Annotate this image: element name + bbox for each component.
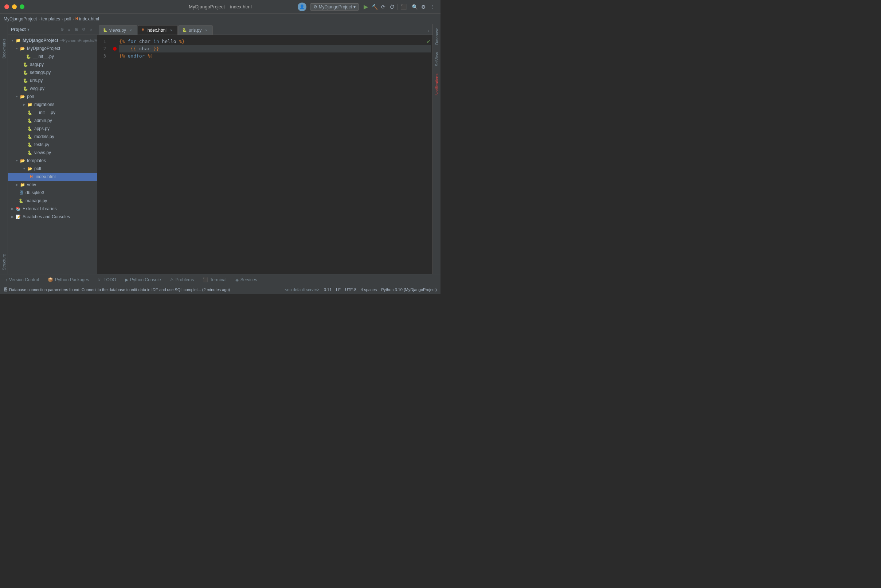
settings-py-icon: 🐍 (23, 70, 29, 75)
panel-dropdown[interactable]: ▾ (27, 27, 30, 32)
breadcrumb-project[interactable]: MyDjangoProject (4, 16, 37, 21)
todo-tab[interactable]: ☑ TODO (94, 275, 120, 285)
tree-poll-init-py[interactable]: 🐍 __init__.py (8, 109, 97, 117)
run-config[interactable]: ⚙ MyDjangoProject ▾ (310, 3, 359, 10)
status-position[interactable]: 3:11 (324, 288, 332, 292)
urls-py-tab-close[interactable]: × (204, 28, 209, 33)
status-encoding[interactable]: LF (336, 288, 341, 292)
code-editor[interactable]: 1 2 3 {% for (97, 35, 432, 274)
index-html-tab-icon: H (142, 28, 144, 32)
todo-label: TODO (104, 277, 116, 282)
templates-folder-icon: 📂 (20, 158, 26, 164)
search-button[interactable]: 🔍 (411, 3, 419, 11)
tag-open-3: {% (119, 52, 125, 60)
poll-folder-icon: 📂 (20, 94, 26, 99)
collapse-all[interactable]: ≡ (66, 27, 72, 32)
tree-models-py[interactable]: 🐍 models.py (8, 133, 97, 141)
tree-tests-py[interactable]: 🐍 tests.py (8, 141, 97, 148)
structure-vtab[interactable]: Structure (1, 250, 7, 274)
ext-libs-arrow: ▶ (9, 206, 15, 212)
terminal-icon: ⬛ (203, 277, 208, 282)
tree-manage-py[interactable]: 🐍 manage.py (8, 197, 97, 205)
tree-mydjangoproject[interactable]: ▾ 📂 MyDjangoProject (8, 45, 97, 52)
version-control-label: Version Control (9, 277, 39, 282)
tree-settings-py[interactable]: 🐍 settings.py (8, 69, 97, 76)
tag-open-1: {% (119, 38, 125, 45)
tree-templates-poll[interactable]: ▾ 📂 poll (8, 165, 97, 172)
problems-tab[interactable]: ⚠ Problems (166, 275, 198, 285)
line-numbers: 1 2 3 (97, 35, 112, 274)
more-button[interactable]: ⋮ (428, 3, 436, 11)
settings-icon[interactable]: ⚙ (81, 27, 87, 32)
status-db-icon: 🗄 (4, 288, 8, 292)
sciview-vtab[interactable]: SciView (434, 48, 440, 70)
run-config-label: MyDjangoProject (319, 4, 352, 9)
coverage-button[interactable]: ⟳ (379, 3, 387, 11)
breadcrumb-templates[interactable]: templates (41, 16, 60, 21)
bookmarks-vtab[interactable]: Bookmarks (1, 35, 7, 62)
tree-asgi-py[interactable]: 🐍 asgi.py (8, 60, 97, 69)
close-panel[interactable]: × (88, 27, 94, 32)
minimize-button[interactable] (12, 4, 17, 9)
database-vtab[interactable]: Database (434, 24, 440, 48)
status-indent[interactable]: 4 spaces (361, 288, 377, 292)
breadcrumb-poll[interactable]: poll (65, 16, 71, 21)
tree-admin-py[interactable]: 🐍 admin.py (8, 117, 97, 124)
services-tab[interactable]: ◈ Services (232, 275, 261, 285)
close-button[interactable] (5, 4, 9, 9)
urls-py-tab-label: urls.py (189, 28, 201, 33)
tree-views-py[interactable]: 🐍 views.py (8, 148, 97, 157)
locate-button[interactable]: ⊕ (59, 27, 65, 32)
settings-button[interactable]: ⚙ (419, 3, 428, 11)
stop-button: ⬛ (399, 3, 407, 11)
maximize-button[interactable] (20, 4, 24, 9)
asgi-py-icon: 🐍 (23, 62, 29, 68)
tab-index-html[interactable]: H index.html × (138, 25, 178, 34)
status-message[interactable]: Database connection parameters found: Co… (9, 288, 230, 292)
index-html-tab-label: index.html (147, 28, 167, 33)
views-py-tab-close[interactable]: × (128, 28, 134, 33)
tree-root[interactable]: ▾ 📁 MyDjangoProject ~/PycharmProjects/My… (8, 36, 97, 45)
python-console-tab[interactable]: ▶ Python Console (121, 275, 165, 285)
templates-poll-arrow: ▾ (21, 166, 27, 172)
python-packages-icon: 📦 (48, 277, 53, 282)
run-button[interactable]: ▶ (362, 3, 370, 11)
tree-scratches[interactable]: ▶ 📝 Scratches and Consoles (8, 213, 97, 221)
python-packages-tab[interactable]: 📦 Python Packages (44, 275, 93, 285)
profile-button[interactable]: 👤 (298, 3, 306, 11)
terminal-tab[interactable]: ⬛ Terminal (199, 275, 230, 285)
tree-apps-py[interactable]: 🐍 apps.py (8, 124, 97, 133)
tree-urls-py[interactable]: 🐍 urls.py (8, 76, 97, 84)
version-control-tab[interactable]: ↑ Version Control (2, 275, 43, 285)
tree-init-py[interactable]: 🐍 __init__.py (8, 52, 97, 60)
tree-venv[interactable]: ▶ 📁 venv (8, 181, 97, 189)
tree-db-sqlite3[interactable]: 🗄 db.sqlite3 (8, 189, 97, 197)
tree-wsgi-py[interactable]: 🐍 wsgi.py (8, 84, 97, 93)
more-tabs-icon[interactable]: ⋮ (425, 29, 431, 34)
mydjangoproject-label: MyDjangoProject (27, 46, 60, 51)
notifications-vtab[interactable]: Notifications (434, 70, 440, 99)
status-bar-right: <no default server> 3:11 LF UTF-8 4 spac… (285, 288, 437, 292)
tree-options[interactable]: ⊞ (74, 27, 80, 32)
html-file-icon: H (75, 17, 78, 21)
tree-external-libs[interactable]: ▶ 📚 External Libraries (8, 205, 97, 213)
status-server[interactable]: <no default server> (285, 288, 320, 292)
build-button[interactable]: 🔨 (371, 3, 378, 11)
db-icon: 🗄 (18, 190, 24, 196)
status-charset[interactable]: UTF-8 (345, 288, 356, 292)
run-config-icon: ⚙ (313, 4, 317, 9)
tree-migrations[interactable]: ▶ 📁 migrations (8, 100, 97, 109)
tab-urls-py[interactable]: 🐍 urls.py × (178, 25, 213, 34)
status-python[interactable]: Python 3.10 (MyDjangoProject) (381, 288, 437, 292)
code-content[interactable]: {% for char in hello %} {{ char }} (118, 35, 432, 274)
space-var: char (136, 45, 153, 52)
tree-templates[interactable]: ▾ 📂 templates (8, 157, 97, 165)
index-html-tab-close[interactable]: × (169, 28, 174, 33)
breadcrumb: MyDjangoProject › templates › poll › H i… (0, 14, 440, 24)
root-label: MyDjangoProject ~/PycharmProjects/MyDjan… (23, 38, 97, 43)
toolbar-separator-2 (409, 4, 409, 10)
tab-views-py[interactable]: 🐍 views.py × (99, 25, 137, 34)
tree-poll[interactable]: ▾ 📂 poll (8, 93, 97, 100)
tree-index-html[interactable]: H index.html (8, 172, 97, 181)
profile-run-button[interactable]: ⏱ (388, 3, 396, 11)
